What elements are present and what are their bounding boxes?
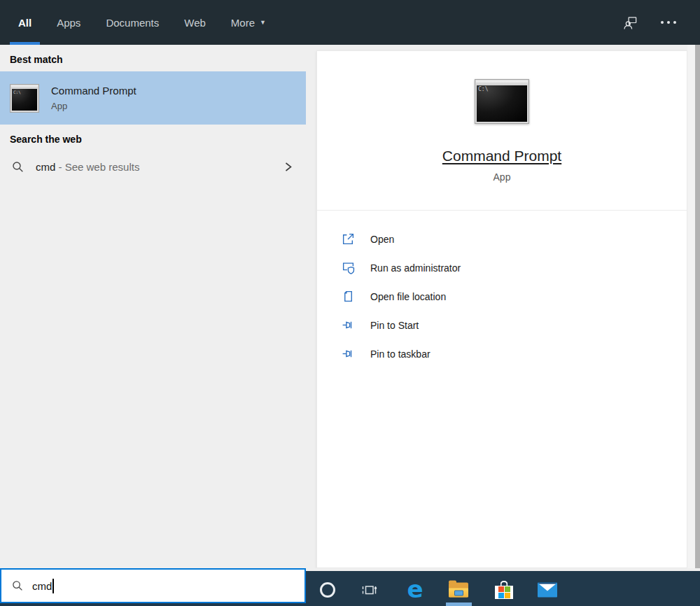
open-icon bbox=[342, 232, 355, 246]
taskbar: cmd e bbox=[0, 568, 700, 606]
search-web-header: Search the web bbox=[10, 134, 306, 145]
edge-button[interactable]: e bbox=[407, 580, 423, 599]
action-pin-to-taskbar[interactable]: Pin to taskbar bbox=[342, 339, 687, 368]
web-suffix: - See web results bbox=[59, 161, 140, 173]
command-prompt-icon: C:\ bbox=[475, 79, 529, 124]
action-pin-to-start[interactable]: Pin to Start bbox=[342, 311, 687, 339]
web-query: cmd bbox=[36, 161, 55, 173]
tab-apps-label: Apps bbox=[57, 17, 80, 29]
preview-subtitle: App bbox=[317, 171, 687, 183]
more-options-icon[interactable] bbox=[661, 21, 676, 24]
admin-shield-icon bbox=[342, 261, 355, 274]
scrollbar-thumb[interactable] bbox=[695, 45, 700, 568]
action-run-as-administrator[interactable]: Run as administrator bbox=[342, 253, 687, 282]
search-flyout: All Apps Documents Web More ▼ bbox=[0, 0, 700, 606]
command-prompt-icon: C:\ bbox=[10, 84, 39, 113]
tab-documents[interactable]: Documents bbox=[97, 0, 167, 45]
action-open-file-location[interactable]: Open file location bbox=[342, 282, 687, 311]
result-subtitle: App bbox=[51, 101, 136, 111]
best-match-header: Best match bbox=[10, 54, 306, 65]
search-icon bbox=[12, 161, 24, 173]
search-icon bbox=[12, 580, 23, 591]
feedback-icon[interactable] bbox=[622, 15, 638, 31]
search-value: cmd bbox=[32, 580, 52, 592]
edge-icon: e bbox=[407, 580, 423, 599]
search-input[interactable]: cmd bbox=[0, 568, 306, 603]
store-button[interactable] bbox=[495, 581, 513, 599]
mail-icon bbox=[538, 583, 557, 598]
cortana-button[interactable] bbox=[320, 582, 335, 598]
pin-icon bbox=[342, 318, 355, 332]
results-panel: Best match C:\ Command Prompt App Search… bbox=[0, 45, 306, 568]
file-explorer-button[interactable] bbox=[449, 583, 468, 598]
task-view-icon bbox=[360, 581, 379, 599]
filter-tabs: All Apps Documents Web More ▼ bbox=[0, 0, 283, 45]
task-view-button[interactable] bbox=[360, 581, 379, 599]
file-explorer-icon bbox=[449, 583, 468, 598]
tab-all[interactable]: All bbox=[10, 0, 40, 45]
tab-documents-label: Documents bbox=[106, 17, 159, 29]
text-caret bbox=[52, 579, 54, 593]
tab-apps[interactable]: Apps bbox=[48, 0, 89, 45]
store-icon bbox=[495, 581, 513, 599]
tab-all-label: All bbox=[18, 17, 31, 29]
search-header: All Apps Documents Web More ▼ bbox=[0, 0, 700, 45]
result-title: Command Prompt bbox=[51, 85, 136, 97]
chevron-right-icon bbox=[283, 161, 293, 173]
cortana-icon bbox=[320, 582, 335, 598]
scrollbar-track bbox=[687, 45, 700, 568]
best-match-result[interactable]: C:\ Command Prompt App bbox=[0, 71, 306, 125]
tab-more-label: More bbox=[231, 17, 255, 29]
file-location-icon bbox=[342, 290, 355, 303]
preview-panel: C:\ Command Prompt App Open bbox=[316, 50, 687, 568]
preview-title: Command Prompt bbox=[317, 148, 687, 164]
mail-button[interactable] bbox=[538, 583, 557, 598]
tab-web[interactable]: Web bbox=[176, 0, 214, 45]
active-app-indicator bbox=[446, 603, 472, 606]
pin-icon bbox=[342, 347, 355, 360]
chevron-down-icon: ▼ bbox=[260, 19, 266, 26]
action-open[interactable]: Open bbox=[342, 225, 687, 253]
header-actions bbox=[622, 0, 700, 45]
tab-web-label: Web bbox=[184, 17, 206, 29]
web-search-result[interactable]: cmd - See web results bbox=[0, 149, 306, 184]
taskbar-top-gap bbox=[306, 568, 700, 571]
tab-more[interactable]: More ▼ bbox=[223, 0, 274, 45]
action-list: Open Run as administrator bbox=[317, 211, 687, 368]
